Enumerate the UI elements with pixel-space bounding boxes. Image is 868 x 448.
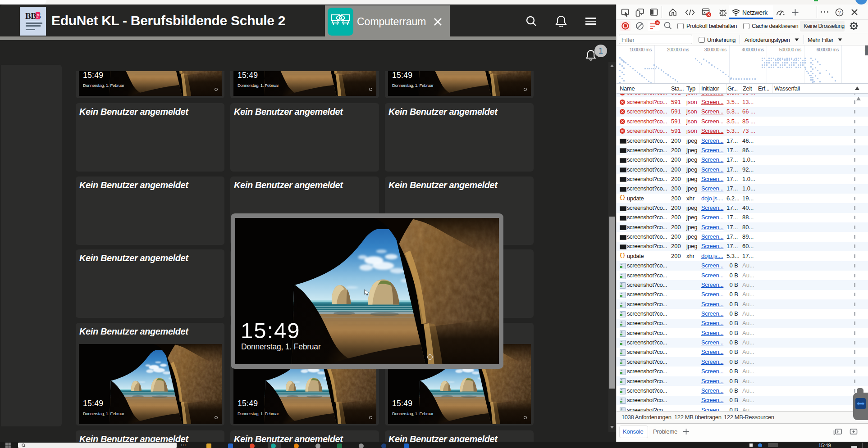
svg-text:?: ?	[838, 10, 841, 15]
